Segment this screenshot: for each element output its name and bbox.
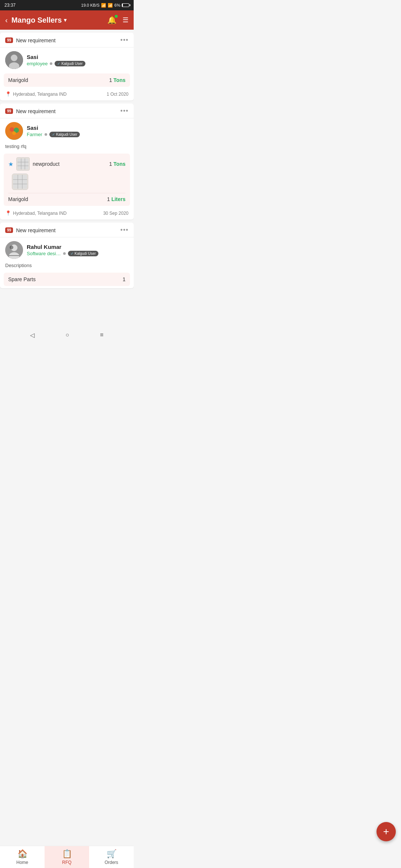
card-1-online-dot bbox=[50, 62, 52, 65]
card-2-product-1-qty: 1 Tons bbox=[109, 161, 125, 167]
card-1-date: 1 Oct 2020 bbox=[107, 92, 128, 97]
card-2-title: New requirement bbox=[16, 108, 56, 114]
card-2-product-2-line: Marigold 1 Liters bbox=[8, 196, 125, 202]
checkmark-icon-2: ✓ bbox=[52, 132, 55, 137]
header-icons: 🔔 ☰ bbox=[107, 16, 128, 24]
card-2-user-name: Sasi bbox=[27, 125, 80, 131]
card-2-date: 30 Sep 2020 bbox=[103, 211, 128, 216]
card-1-user-info: Sasi employee ✓ Kalgudi User bbox=[27, 54, 85, 66]
location-pin-icon-2: 📍 bbox=[5, 210, 11, 216]
card-3-header: 99 New requirement ••• bbox=[0, 223, 134, 237]
card-1-user-row: Sasi employee ✓ Kalgudi User bbox=[0, 47, 134, 71]
card-2-product-1-line: ★ newproduct 1 Tons bbox=[8, 157, 125, 171]
card-2-badge: 99 bbox=[5, 108, 13, 114]
svg-point-20 bbox=[10, 246, 13, 249]
back-button[interactable]: ‹ bbox=[5, 16, 8, 24]
notification-badge bbox=[115, 15, 118, 18]
app-header: ‹ Mango Sellers ▾ 🔔 ☰ bbox=[0, 10, 134, 30]
requirement-card-2: 99 New requirement ••• Sasi Farmer bbox=[0, 103, 134, 220]
card-1-user-role: employee bbox=[27, 61, 48, 66]
card-3-user-info: Rahul Kumar Software desi… ✓ Kalgudi Use… bbox=[27, 244, 98, 256]
card-1-user-name: Sasi bbox=[27, 54, 85, 60]
card-1-more-button[interactable]: ••• bbox=[120, 36, 128, 44]
card-1-product-line: Marigold 1 Tons bbox=[8, 77, 125, 83]
card-2-product-2-name: Marigold bbox=[8, 196, 28, 202]
card-2-note: testing rfq bbox=[0, 142, 134, 151]
card-3-user-role: Software desi… bbox=[27, 251, 61, 256]
battery-icon bbox=[122, 3, 129, 7]
android-home-button[interactable]: ○ bbox=[65, 332, 69, 338]
card-2-user-role: Farmer bbox=[27, 132, 42, 137]
notification-button[interactable]: 🔔 bbox=[107, 16, 117, 24]
card-3-avatar bbox=[5, 241, 23, 259]
card-3-role-row: Software desi… ✓ Kalgudi User bbox=[27, 251, 98, 256]
card-3-more-button[interactable]: ••• bbox=[120, 226, 128, 234]
card-1-product-qty: 1 Tons bbox=[109, 77, 125, 83]
card-3-product-row: Spare Parts 1 bbox=[4, 273, 130, 286]
card-2-online-dot bbox=[45, 133, 47, 136]
card-2-more-button[interactable]: ••• bbox=[120, 107, 128, 115]
card-1-location: Hyderabad, Telangana IND bbox=[13, 92, 67, 97]
android-back-button[interactable]: ◁ bbox=[30, 332, 35, 339]
hamburger-menu-button[interactable]: ☰ bbox=[123, 16, 128, 24]
location-pin-icon: 📍 bbox=[5, 91, 11, 97]
card-1-header: 99 New requirement ••• bbox=[0, 33, 134, 47]
card-3-product-qty: 1 bbox=[123, 276, 125, 282]
content-area: 99 New requirement ••• Sasi employee bbox=[0, 33, 134, 328]
signal-icon: 📶 bbox=[108, 3, 113, 8]
card-1-product-name: Marigold bbox=[8, 77, 28, 83]
product-thumbnail-1 bbox=[16, 157, 30, 171]
card-1-product-row: Marigold 1 Tons bbox=[4, 73, 130, 87]
card-1-kalgudi-badge: ✓ Kalgudi User bbox=[55, 61, 85, 66]
card-3-user-row: Rahul Kumar Software desi… ✓ Kalgudi Use… bbox=[0, 237, 134, 261]
card-3-badge: 99 bbox=[5, 227, 13, 233]
svg-rect-12 bbox=[13, 175, 27, 189]
product-divider bbox=[8, 193, 125, 193]
card-2-location: Hyderabad, Telangana IND bbox=[13, 211, 67, 216]
android-navigation-bar: ◁ ○ ≡ bbox=[0, 328, 134, 342]
card-2-product-2-unit: Liters bbox=[111, 196, 125, 202]
svg-rect-7 bbox=[17, 158, 29, 170]
card-2-product-1-name: newproduct bbox=[33, 161, 59, 167]
extra-thumbnail-row bbox=[8, 171, 125, 190]
card-1-product-unit: Tons bbox=[114, 77, 125, 83]
card-3-product-name: Spare Parts bbox=[8, 276, 36, 282]
dropdown-chevron-icon[interactable]: ▾ bbox=[64, 17, 66, 23]
card-3-kalgudi-badge: ✓ Kalgudi User bbox=[68, 251, 98, 256]
requirement-card-3: 99 New requirement ••• Rahul Kumar Softw… bbox=[0, 223, 134, 288]
svg-point-4 bbox=[10, 127, 14, 132]
card-1-location-row: 📍 Hyderabad, Telangana IND 1 Oct 2020 bbox=[0, 89, 134, 101]
card-2-product-2-qty: 1 Liters bbox=[107, 196, 125, 202]
time: 23:37 bbox=[4, 3, 16, 8]
svg-point-6 bbox=[12, 131, 16, 135]
card-1-avatar bbox=[5, 51, 23, 69]
checkmark-icon-3: ✓ bbox=[71, 251, 74, 256]
card-2-user-row: Sasi Farmer ✓ Kalgudi User bbox=[0, 118, 134, 142]
card-3-user-name: Rahul Kumar bbox=[27, 244, 98, 250]
page-title: Mango Sellers bbox=[12, 16, 62, 24]
card-1-badge: 99 bbox=[5, 37, 13, 43]
card-3-note: Descriptions bbox=[0, 261, 134, 270]
card-2-role-row: Farmer ✓ Kalgudi User bbox=[27, 132, 80, 137]
card-1-role-row: employee ✓ Kalgudi User bbox=[27, 61, 85, 66]
card-2-product-1-unit: Tons bbox=[114, 161, 125, 167]
card-2-product-section: ★ newproduct 1 Tons bbox=[4, 154, 130, 206]
status-bar: 23:37 19.0 KB/S 📶 📶 6% bbox=[0, 0, 134, 10]
card-2-kalgudi-badge: ✓ Kalgudi User bbox=[49, 132, 80, 137]
battery-percent: 6% bbox=[114, 3, 120, 7]
svg-rect-21 bbox=[9, 255, 19, 256]
checkmark-icon: ✓ bbox=[57, 62, 60, 66]
card-3-product-1-line: Spare Parts 1 bbox=[8, 276, 125, 282]
card-2-location-row: 📍 Hyderabad, Telangana IND 30 Sep 2020 bbox=[0, 208, 134, 220]
network-speed: 19.0 KB/S bbox=[81, 3, 100, 7]
android-recents-button[interactable]: ≡ bbox=[100, 332, 103, 338]
card-1-title: New requirement bbox=[16, 37, 56, 43]
card-2-avatar bbox=[5, 122, 23, 140]
star-icon: ★ bbox=[8, 161, 13, 168]
svg-point-1 bbox=[11, 55, 17, 61]
extra-product-thumbnail bbox=[12, 174, 28, 190]
card-2-header: 99 New requirement ••• bbox=[0, 103, 134, 118]
requirement-card-1: 99 New requirement ••• Sasi employee bbox=[0, 33, 134, 101]
card-3-title: New requirement bbox=[16, 227, 56, 233]
card-3-online-dot bbox=[63, 252, 66, 255]
